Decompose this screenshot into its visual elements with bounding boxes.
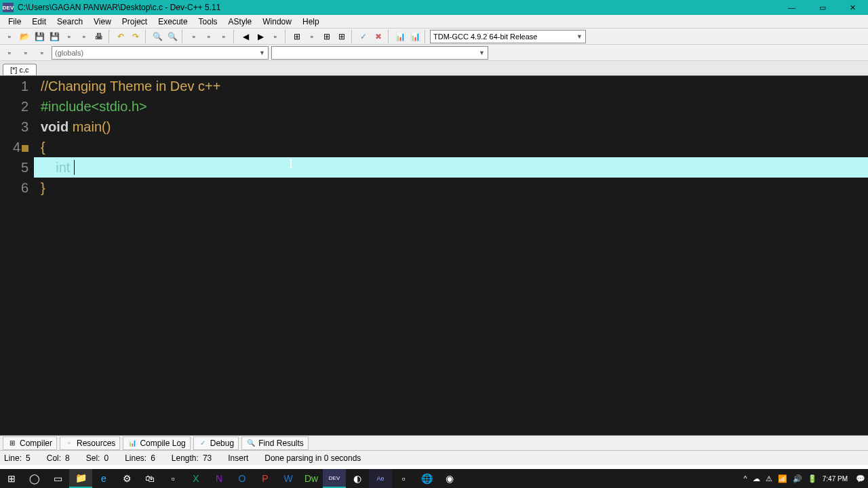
menu-file[interactable]: File bbox=[3, 16, 26, 28]
tab-find-results[interactable]: 🔍 Find Results bbox=[241, 436, 309, 450]
notifications-icon[interactable]: 💬 bbox=[856, 474, 865, 483]
new-class-icon[interactable]: ▫ bbox=[3, 46, 16, 60]
chrome-icon[interactable]: ◉ bbox=[438, 469, 461, 488]
line-gutter: 1 2 3 4 5 6 bbox=[0, 76, 34, 435]
close-file-icon[interactable]: ▫ bbox=[62, 30, 76, 43]
line-number: 6 bbox=[0, 178, 28, 198]
dreamweaver-icon[interactable]: Dw bbox=[300, 469, 323, 488]
windows-taskbar[interactable]: ⊞ ◯ ▭ 📁 e ⚙ 🛍 ▫ X N O P W Dw DEV ◐ Ae ▫ … bbox=[0, 469, 868, 488]
system-tray[interactable]: ^ ☁ ⚠ 📶 🔊 🔋 7:47 PM 💬 bbox=[744, 474, 868, 483]
devcpp-taskbar-icon[interactable]: DEV bbox=[323, 469, 346, 488]
separator-icon bbox=[108, 30, 111, 43]
menu-astyle[interactable]: AStyle bbox=[223, 16, 258, 28]
task-view-icon[interactable]: ▭ bbox=[46, 469, 69, 488]
i-beam-cursor-icon bbox=[289, 157, 290, 169]
code-text: //Changing Theme in Dev c++ bbox=[41, 79, 220, 94]
file-explorer-icon[interactable]: 📁 bbox=[69, 469, 92, 488]
aftereffects-icon[interactable]: Ae bbox=[369, 469, 392, 488]
network-icon[interactable]: ⚠ bbox=[766, 474, 772, 483]
replace-icon[interactable]: 🔍 bbox=[165, 30, 179, 43]
menu-execute[interactable]: Execute bbox=[153, 16, 193, 28]
line-number: 2 bbox=[0, 96, 28, 117]
powerpoint-icon[interactable]: P bbox=[254, 469, 277, 488]
file-tab[interactable]: [*] c.c bbox=[3, 64, 37, 75]
volume-icon[interactable]: 🔊 bbox=[793, 474, 802, 483]
globe-icon[interactable]: 🌐 bbox=[415, 469, 438, 488]
status-bar: Line:5 Col:8 Sel:0 Lines:6 Length:73 Ins… bbox=[0, 450, 868, 465]
minimize-button[interactable]: — bbox=[776, 0, 807, 15]
menu-project[interactable]: Project bbox=[117, 16, 153, 28]
menu-search[interactable]: Search bbox=[52, 16, 88, 28]
tab-compiler[interactable]: ⊞ Compiler bbox=[3, 436, 57, 450]
tab-resources[interactable]: ▫ Resources bbox=[60, 436, 120, 450]
separator-icon bbox=[285, 30, 288, 43]
start-button[interactable]: ⊞ bbox=[0, 469, 23, 488]
undo-icon[interactable]: ↶ bbox=[114, 30, 127, 43]
profile-icon[interactable]: 📊 bbox=[393, 30, 407, 43]
print-icon[interactable]: 🖶 bbox=[92, 30, 106, 43]
outlook-icon[interactable]: O bbox=[231, 469, 254, 488]
goto-icon[interactable]: ▫ bbox=[217, 30, 231, 43]
back-icon[interactable]: ◀ bbox=[239, 30, 252, 43]
menu-help[interactable]: Help bbox=[297, 16, 325, 28]
menu-edit[interactable]: Edit bbox=[26, 16, 52, 28]
settings-icon[interactable]: ⚙ bbox=[115, 469, 138, 488]
scope-select[interactable]: (globals) ▼ bbox=[52, 46, 269, 60]
compile-icon[interactable]: ⊞ bbox=[290, 30, 304, 43]
compiler-select[interactable]: TDM-GCC 4.9.2 64-bit Release ▼ bbox=[430, 30, 586, 43]
text-caret bbox=[74, 160, 75, 175]
code-area[interactable]: //Changing Theme in Dev c++ #include<std… bbox=[34, 76, 868, 435]
debug-icon[interactable]: ✓ bbox=[357, 30, 370, 43]
eclipse-icon[interactable]: ◐ bbox=[346, 469, 369, 488]
chevron-down-icon: ▼ bbox=[479, 49, 485, 56]
maximize-button[interactable]: ▭ bbox=[807, 0, 837, 15]
status-lines: Lines:6 bbox=[125, 453, 155, 463]
menu-view[interactable]: View bbox=[88, 16, 117, 28]
clock[interactable]: 7:47 PM bbox=[823, 475, 850, 483]
app2-icon[interactable]: ▫ bbox=[392, 469, 415, 488]
forward-icon[interactable]: ▶ bbox=[254, 30, 267, 43]
save-all-icon[interactable]: 💾 bbox=[47, 30, 61, 43]
current-line[interactable]: int bbox=[34, 157, 868, 178]
onedrive-icon[interactable]: ☁ bbox=[753, 474, 760, 483]
rebuild-icon[interactable]: ⊞ bbox=[335, 30, 349, 43]
code-text bbox=[41, 160, 56, 175]
find-icon[interactable]: 🔍 bbox=[151, 30, 164, 43]
fold-marker-icon[interactable] bbox=[22, 145, 28, 152]
close-all-icon[interactable]: ▫ bbox=[77, 30, 91, 43]
onenote-icon[interactable]: N bbox=[208, 469, 231, 488]
menu-tools[interactable]: Tools bbox=[193, 16, 223, 28]
tab-debug[interactable]: ✓ Debug bbox=[193, 436, 239, 450]
menu-bar: File Edit Search View Project Execute To… bbox=[0, 15, 868, 28]
cortana-icon[interactable]: ◯ bbox=[23, 469, 46, 488]
insert-icon[interactable]: ▫ bbox=[19, 46, 33, 60]
home-icon[interactable]: ▫ bbox=[269, 30, 282, 43]
app-icon[interactable]: ▫ bbox=[161, 469, 184, 488]
edit-icon[interactable]: ▫ bbox=[187, 30, 201, 43]
line-number: 3 bbox=[0, 117, 28, 137]
edge-icon[interactable]: e bbox=[92, 469, 115, 488]
save-icon[interactable]: 💾 bbox=[33, 30, 46, 43]
new-file-icon[interactable]: ▫ bbox=[3, 30, 16, 43]
open-icon[interactable]: 📂 bbox=[18, 30, 31, 43]
close-button[interactable]: ✕ bbox=[837, 0, 868, 15]
code-editor[interactable]: 1 2 3 4 5 6 //Changing Theme in Dev c++ … bbox=[0, 76, 868, 435]
chart-icon: 📊 bbox=[127, 439, 137, 448]
store-icon[interactable]: 🛍 bbox=[138, 469, 161, 488]
tab-compile-log[interactable]: 📊 Compile Log bbox=[123, 436, 190, 450]
tray-chevron-icon[interactable]: ^ bbox=[744, 474, 747, 483]
word-icon[interactable]: W bbox=[277, 469, 300, 488]
menu-window[interactable]: Window bbox=[257, 16, 297, 28]
toggle-icon[interactable]: ▫ bbox=[35, 46, 49, 60]
run-icon[interactable]: ▫ bbox=[305, 30, 319, 43]
excel-icon[interactable]: X bbox=[184, 469, 208, 488]
member-select[interactable]: ▼ bbox=[271, 46, 488, 60]
wifi-icon[interactable]: 📶 bbox=[778, 474, 787, 483]
battery-icon[interactable]: 🔋 bbox=[808, 474, 817, 483]
redo-icon[interactable]: ↷ bbox=[129, 30, 142, 43]
stop-icon[interactable]: ✖ bbox=[372, 30, 385, 43]
profile2-icon[interactable]: 📊 bbox=[408, 30, 422, 43]
tab-label: Compiler bbox=[20, 439, 52, 448]
bookmark-icon[interactable]: ▫ bbox=[202, 30, 216, 43]
compile-run-icon[interactable]: ⊞ bbox=[320, 30, 334, 43]
